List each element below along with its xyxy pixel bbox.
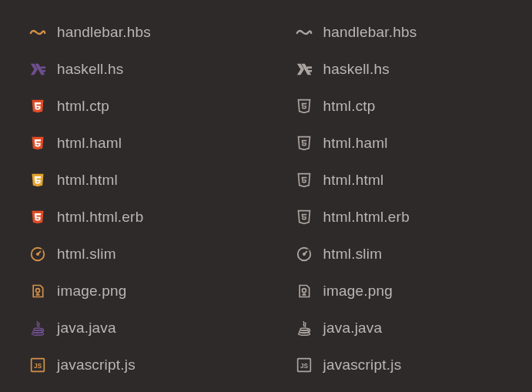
file-label: image.png xyxy=(49,283,127,300)
list-item[interactable]: html.html xyxy=(293,162,533,199)
haskell-icon xyxy=(26,61,49,78)
java-icon xyxy=(26,320,49,337)
list-item[interactable]: JS javascript.js xyxy=(293,347,533,384)
gauge-icon xyxy=(293,246,316,263)
left-column: handlebar.hbs haskell.hs html.ctp xyxy=(0,0,266,392)
file-label: html.ctp xyxy=(49,98,109,115)
svg-rect-2 xyxy=(41,66,45,69)
list-item[interactable]: handlebar.hbs xyxy=(293,14,533,51)
list-item[interactable]: html.html.erb xyxy=(26,199,266,236)
js-icon: JS xyxy=(26,357,49,373)
svg-point-21 xyxy=(306,249,309,252)
list-item[interactable]: handlebar.hbs xyxy=(26,14,266,51)
image-icon xyxy=(293,283,316,300)
file-label: javascript.js xyxy=(316,357,402,374)
list-item[interactable]: java.java xyxy=(293,310,533,347)
list-item[interactable]: java.java xyxy=(26,310,266,347)
list-item[interactable]: html.slim xyxy=(293,236,533,273)
file-label: haskell.hs xyxy=(49,61,124,78)
haskell-icon xyxy=(293,61,316,78)
js-icon: JS xyxy=(293,357,316,373)
file-label: html.haml xyxy=(316,135,388,152)
svg-point-7 xyxy=(40,249,43,252)
list-item[interactable]: haskell.hs xyxy=(293,51,533,88)
handlebar-icon xyxy=(26,24,49,41)
svg-point-11 xyxy=(32,333,44,336)
right-column: handlebar.hbs haskell.hs html.ctp html.h… xyxy=(266,0,533,392)
file-label: javascript.js xyxy=(49,357,136,374)
svg-text:JS: JS xyxy=(299,362,308,370)
list-item[interactable]: html.html xyxy=(26,162,266,199)
file-label: java.java xyxy=(49,320,116,337)
html5-icon xyxy=(293,209,316,226)
html5-icon xyxy=(293,172,316,189)
svg-point-6 xyxy=(36,253,39,256)
svg-point-20 xyxy=(302,253,305,256)
list-item[interactable]: html.ctp xyxy=(26,88,266,125)
file-label: handlebar.hbs xyxy=(316,24,417,41)
java-icon xyxy=(293,320,316,337)
html5-icon xyxy=(293,98,316,115)
file-icon-comparison: handlebar.hbs haskell.hs html.ctp xyxy=(0,0,532,392)
file-label: html.html xyxy=(49,172,118,189)
svg-point-8 xyxy=(36,289,40,293)
svg-point-22 xyxy=(302,289,306,293)
list-item[interactable]: JS javascript.js xyxy=(26,347,266,384)
file-label: html.slim xyxy=(316,246,383,263)
html5-icon xyxy=(26,135,49,152)
file-label: handlebar.hbs xyxy=(49,24,151,41)
html5-icon xyxy=(26,98,49,115)
file-label: html.html.erb xyxy=(316,209,410,226)
html5-icon xyxy=(293,135,316,152)
file-label: html.slim xyxy=(49,246,116,263)
svg-rect-17 xyxy=(308,70,312,72)
list-item[interactable]: image.png xyxy=(293,273,533,310)
svg-rect-3 xyxy=(42,70,46,72)
file-label: image.png xyxy=(316,283,393,300)
list-item[interactable]: html.html.erb xyxy=(293,199,533,236)
file-label: html.ctp xyxy=(316,98,376,115)
list-item[interactable]: image.png xyxy=(26,273,266,310)
image-icon xyxy=(26,283,49,300)
file-label: html.html xyxy=(316,172,384,189)
list-item[interactable]: html.slim xyxy=(26,236,266,273)
handlebar-icon xyxy=(293,24,316,41)
gauge-icon xyxy=(26,246,49,263)
list-item[interactable]: haskell.hs xyxy=(26,51,266,88)
svg-point-25 xyxy=(298,333,309,336)
list-item[interactable]: html.haml xyxy=(293,125,533,162)
file-label: java.java xyxy=(316,320,383,337)
file-label: haskell.hs xyxy=(316,61,390,78)
file-label: html.haml xyxy=(49,135,122,152)
svg-rect-16 xyxy=(306,66,311,69)
html5-icon xyxy=(26,172,49,189)
list-item[interactable]: html.ctp xyxy=(293,88,533,125)
html5-icon xyxy=(26,209,49,226)
svg-text:JS: JS xyxy=(34,362,42,370)
file-label: html.html.erb xyxy=(49,209,143,226)
list-item[interactable]: html.haml xyxy=(26,125,266,162)
